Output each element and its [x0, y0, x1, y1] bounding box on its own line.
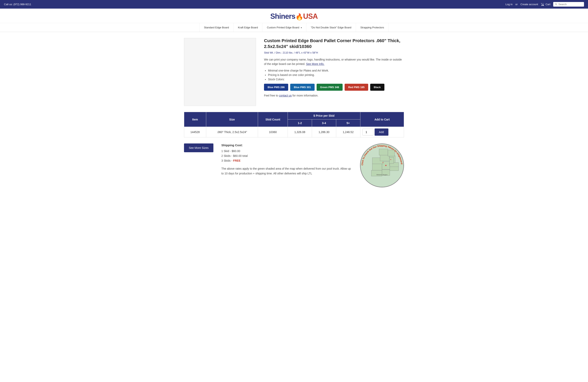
product-subtitle: Skid Wt. / Dim.: 2110 lbs. / 48"L x 43"W…	[264, 51, 404, 54]
nav-custom-printed[interactable]: Custom Printed Edge Board ▾	[262, 23, 306, 32]
nav-standard-edge-board[interactable]: Standard Edge Board	[199, 23, 234, 32]
cell-add-to-cart: Add	[360, 127, 404, 137]
create-account-link[interactable]: Create account	[520, 3, 538, 6]
top-right-nav: Log in or Create account Cart	[505, 2, 584, 7]
table-row: 144528 .060" Thick, 2.5x2.5x24" 10360 1,…	[184, 127, 404, 137]
svg-rect-10	[379, 149, 388, 155]
see-more-sizes-button[interactable]: See More Sizes	[184, 143, 213, 152]
cart-icon	[541, 3, 545, 6]
svg-rect-11	[388, 150, 395, 156]
shipping-description: The above rates apply to the green shade…	[221, 166, 352, 176]
product-bullets: Minimal one-time charge for Plates and A…	[268, 69, 404, 81]
shipping-info: Shipping Cost: 1 Skid - $60.00 2 Skids -…	[221, 143, 352, 176]
color-btn-blue301[interactable]: Blue PMS 301	[290, 84, 315, 91]
phone-number: Call us: (972) 988-9211	[4, 3, 31, 6]
th-price-5plus: 5+	[336, 119, 360, 127]
th-price-1-2: 1-2	[288, 119, 312, 127]
bullet-3: Stock Colors:	[268, 78, 404, 81]
cell-item: 144528	[184, 127, 206, 137]
nav-do-not-double-stack[interactable]: "Do Not Double Stack" Edge Board	[306, 23, 356, 32]
contact-line: Feel free to contact us for more informa…	[264, 94, 404, 97]
th-size: Size	[206, 112, 258, 127]
th-item: Item	[184, 112, 206, 127]
color-btn-blue286[interactable]: Blue PMS 286	[264, 84, 288, 91]
cell-price-1-2: 1,326.08	[288, 127, 312, 137]
see-more-sizes-area: See More Sizes	[184, 143, 213, 152]
cart-label: Cart	[546, 3, 550, 6]
main-nav: Standard Edge Board Kraft Edge Board Cus…	[0, 23, 588, 32]
login-link[interactable]: Log in	[505, 3, 512, 6]
cell-price-3-4: 1,286.30	[312, 127, 336, 137]
color-btn-green348[interactable]: Green PMS 348	[316, 84, 343, 91]
svg-point-15	[390, 159, 391, 160]
svg-text:Midwest Region: Midwest Region	[377, 174, 387, 176]
logo-shiners: Shiners	[270, 12, 295, 20]
svg-rect-1	[372, 164, 382, 171]
cart-area[interactable]: Cart	[541, 3, 550, 6]
search-input[interactable]	[558, 3, 582, 6]
see-more-info-link[interactable]: See More Info.	[306, 62, 324, 66]
cell-skid-count: 10360	[258, 127, 288, 137]
logo-usa: USA	[303, 12, 318, 20]
nav-kraft-edge-board[interactable]: Kraft Edge Board	[234, 23, 263, 32]
svg-point-13	[385, 165, 387, 166]
add-to-cart-button[interactable]: Add	[375, 129, 388, 136]
logo-flame: 🔥	[295, 13, 303, 20]
product-details: Custom Printed Edge Board Pallet Corner …	[264, 38, 404, 106]
cell-size: .060" Thick, 2.5x2.5x24"	[206, 127, 258, 137]
th-price-per-skid: $ Price per Skid	[288, 112, 360, 119]
shipping-map: Midwest Region	[360, 143, 404, 187]
map-area[interactable]: Midwest Region Click To Check Out Our Sh…	[360, 143, 404, 187]
logo-area: Shiners🔥USA	[0, 9, 588, 23]
bullet-2: Pricing is based on one color printing.	[268, 73, 404, 76]
shipping-title: Shipping Cost:	[221, 143, 352, 147]
product-title: Custom Printed Edge Board Pallet Corner …	[264, 38, 404, 49]
shipping-lines: 1 Skid - $60.00 2 Skids - $60.00 total 3…	[221, 149, 352, 163]
logo: Shiners🔥USA	[0, 12, 588, 20]
color-btn-black[interactable]: Black	[370, 84, 384, 91]
nav-strapping-protectors[interactable]: Strapping Protectors	[356, 23, 389, 32]
svg-rect-12	[389, 157, 394, 164]
top-bar: Call us: (972) 988-9211 Log in or Create…	[0, 0, 588, 9]
table-section: Item Size Skid Count $ Price per Skid Ad…	[180, 112, 408, 137]
bottom-section: See More Sizes Shipping Cost: 1 Skid - $…	[180, 141, 408, 195]
product-image	[184, 38, 256, 106]
svg-point-14	[383, 162, 383, 163]
or-divider: or	[515, 3, 518, 6]
dropdown-arrow: ▾	[301, 27, 302, 29]
search-box[interactable]	[553, 2, 584, 7]
svg-rect-8	[390, 166, 399, 171]
bullet-1: Minimal one-time charge for Plates and A…	[268, 69, 404, 72]
search-icon	[555, 3, 558, 6]
cell-price-5plus: 1,246.52	[336, 127, 360, 137]
th-add-to-cart: Add to Cart	[360, 112, 404, 127]
color-buttons: Blue PMS 286 Blue PMS 301 Green PMS 348 …	[264, 84, 404, 91]
product-description: We can print your company name, logo, ha…	[264, 57, 404, 66]
content-wrapper: Custom Printed Edge Board Pallet Corner …	[180, 32, 408, 112]
color-btn-red185[interactable]: Red PMS 185	[345, 84, 368, 91]
product-image-area	[184, 38, 256, 106]
th-price-3-4: 3-4	[312, 119, 336, 127]
pricing-table: Item Size Skid Count $ Price per Skid Ad…	[184, 112, 404, 137]
quantity-input[interactable]	[362, 129, 373, 135]
contact-us-link[interactable]: contact us	[279, 94, 292, 97]
th-skid-count: Skid Count	[258, 112, 288, 127]
map-svg: Midwest Region	[361, 144, 403, 187]
